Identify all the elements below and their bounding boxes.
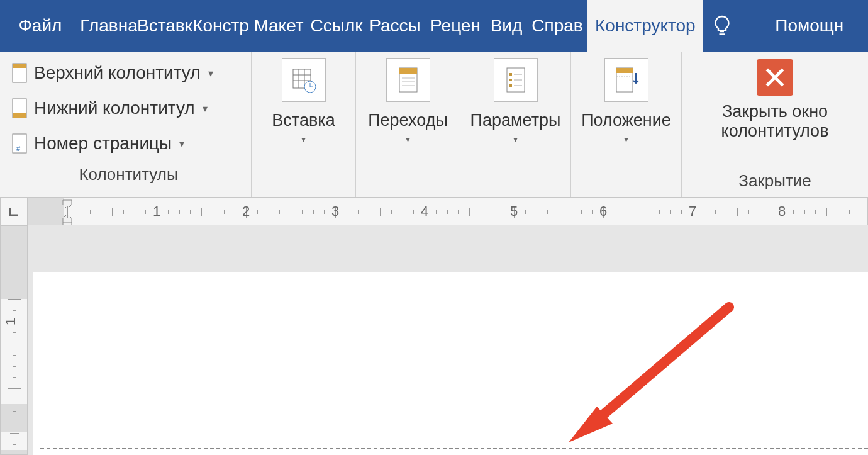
svg-rect-22	[509, 84, 512, 87]
ruler-mark: 6	[599, 203, 607, 220]
header-dropdown[interactable]: Верхний колонтитул ▾	[9, 55, 248, 91]
options-icon	[494, 58, 538, 102]
dropdown-caret-icon: ▾	[406, 134, 410, 144]
ribbon: Верхний колонтитул ▾ Нижний колонтитул ▾…	[0, 52, 868, 198]
ruler-mark: 2	[242, 203, 250, 220]
tab-mailings[interactable]: Рассы	[365, 0, 425, 52]
group-header-footer: Верхний колонтитул ▾ Нижний колонтитул ▾…	[0, 52, 252, 197]
navigation-label: Переходы	[368, 111, 448, 130]
header-label: Верхний колонтитул	[34, 63, 201, 83]
horizontal-ruler[interactable]: 12345678	[28, 198, 868, 225]
dropdown-caret-icon: ▾	[208, 67, 213, 79]
tab-selector[interactable]	[0, 198, 28, 225]
options-dropdown[interactable]: Параметры ▾	[460, 58, 570, 144]
document-area[interactable]	[28, 225, 868, 455]
vertical-ruler[interactable]: 1	[0, 225, 28, 455]
position-dropdown[interactable]: Положение ▾	[571, 58, 681, 144]
group-close: Закрыть окно колонтитулов Закрытие	[682, 52, 868, 197]
footer-icon	[11, 98, 28, 119]
dropdown-caret-icon: ▾	[203, 103, 208, 115]
group-position: Положение ▾	[571, 52, 682, 197]
close-header-footer-button[interactable]: Закрыть окно колонтитулов	[718, 59, 833, 141]
header-icon	[11, 62, 28, 84]
tab-design[interactable]: Констр	[192, 0, 249, 52]
tab-header-footer-design[interactable]: Конструктор	[587, 0, 703, 52]
ruler-mark: 1	[153, 203, 160, 220]
footer-dropdown[interactable]: Нижний колонтитул ▾	[9, 91, 248, 126]
group-insert: Вставка ▾	[252, 52, 356, 197]
tab-file[interactable]: Файл	[0, 0, 81, 52]
close-icon	[757, 59, 793, 96]
insert-dropdown[interactable]: Вставка ▾	[252, 58, 355, 144]
tab-view[interactable]: Вид	[486, 0, 527, 52]
svg-rect-15	[399, 68, 417, 74]
group-label-header-footer: Колонтитулы	[9, 162, 248, 191]
group-navigation: Переходы ▾	[356, 52, 460, 197]
tab-help[interactable]: Справ	[527, 0, 587, 52]
footer-label: Нижний колонтитул	[34, 98, 195, 118]
workspace: 12345678 1	[0, 198, 868, 455]
dropdown-caret-icon: ▾	[301, 134, 306, 144]
page-number-dropdown[interactable]: # Номер страницы ▾	[9, 126, 248, 161]
page[interactable]	[33, 272, 868, 455]
assistant-label[interactable]: Помощн	[741, 0, 868, 52]
ruler-mark: 5	[510, 203, 518, 220]
ruler-mark: 8	[778, 203, 786, 220]
group-label-close: Закрытие	[738, 169, 811, 197]
position-icon	[604, 58, 648, 102]
ruler-mark: 7	[689, 203, 696, 220]
ruler-mark: 3	[331, 203, 339, 220]
lightbulb-icon	[711, 14, 733, 37]
position-label: Положение	[581, 111, 671, 130]
svg-rect-27	[616, 68, 633, 73]
tell-me-bulb[interactable]	[703, 0, 741, 52]
group-options: Параметры ▾	[460, 52, 571, 197]
tab-layout[interactable]: Макет	[249, 0, 308, 52]
date-time-icon	[282, 58, 326, 102]
svg-rect-3	[13, 113, 26, 118]
svg-rect-1	[13, 64, 26, 68]
insert-label: Вставка	[272, 111, 335, 130]
navigation-dropdown[interactable]: Переходы ▾	[356, 58, 460, 144]
dropdown-caret-icon: ▾	[513, 134, 518, 144]
tab-insert[interactable]: Вставк	[137, 0, 192, 52]
dropdown-caret-icon: ▾	[179, 138, 184, 150]
tab-references[interactable]: Ссылк	[308, 0, 365, 52]
options-label: Параметры	[470, 111, 561, 130]
svg-rect-20	[509, 73, 512, 76]
dropdown-caret-icon: ▾	[624, 134, 628, 144]
svg-text:#: #	[16, 145, 21, 152]
close-label: Закрыть окно колонтитулов	[721, 102, 829, 141]
ruler-mark: 1	[3, 317, 19, 325]
svg-rect-21	[509, 79, 512, 81]
ribbon-tabs: Файл Главна Вставк Констр Макет Ссылк Ра…	[0, 0, 868, 52]
ruler-mark: 4	[421, 203, 428, 220]
page-number-icon: #	[11, 133, 28, 154]
tab-review[interactable]: Рецен	[425, 0, 486, 52]
goto-header-icon	[386, 58, 430, 102]
page-number-label: Номер страницы	[34, 133, 172, 154]
tab-home[interactable]: Главна	[81, 0, 137, 52]
header-boundary-line	[40, 448, 868, 449]
